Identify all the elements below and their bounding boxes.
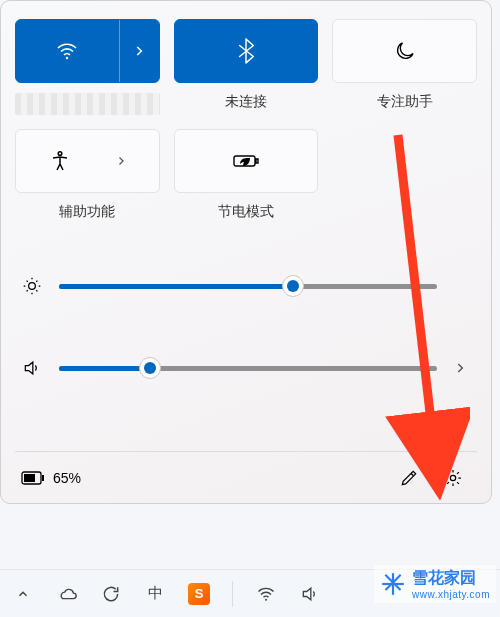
svg-point-1 bbox=[58, 152, 62, 156]
battery-icon bbox=[21, 471, 45, 485]
accessibility-icon bbox=[48, 149, 72, 173]
svg-rect-5 bbox=[42, 475, 44, 481]
watermark-title: 雪花家园 bbox=[412, 569, 476, 586]
focus-assist-tile[interactable] bbox=[332, 19, 477, 83]
brightness-row bbox=[21, 267, 471, 305]
tile-grid: 未连接 专注助手 bbox=[15, 19, 477, 221]
battery-status[interactable]: 65% bbox=[21, 470, 81, 486]
bluetooth-icon bbox=[235, 37, 257, 65]
tray-divider bbox=[232, 581, 233, 607]
update-icon[interactable] bbox=[100, 583, 122, 605]
battery-percent: 65% bbox=[53, 470, 81, 486]
accessibility-tile[interactable] bbox=[15, 129, 160, 193]
onedrive-icon[interactable] bbox=[56, 583, 78, 605]
volume-row bbox=[21, 349, 471, 387]
pencil-icon bbox=[399, 468, 419, 488]
tray-overflow-button[interactable] bbox=[12, 583, 34, 605]
svg-rect-4 bbox=[24, 474, 35, 482]
bottom-bar: 65% bbox=[15, 451, 477, 503]
sliders-area bbox=[15, 267, 477, 431]
wifi-tile[interactable] bbox=[15, 19, 160, 83]
volume-icon bbox=[21, 358, 43, 378]
sogou-ime-icon[interactable]: S bbox=[188, 583, 210, 605]
wifi-label bbox=[15, 93, 160, 115]
svg-point-6 bbox=[450, 475, 455, 480]
tray-wifi-icon[interactable] bbox=[255, 583, 277, 605]
brightness-slider[interactable] bbox=[59, 284, 437, 289]
ime-indicator[interactable]: 中 bbox=[144, 583, 166, 605]
wifi-expand-button[interactable] bbox=[119, 20, 159, 82]
chevron-right-icon bbox=[115, 155, 127, 167]
edit-button[interactable] bbox=[391, 460, 427, 496]
svg-point-2 bbox=[29, 283, 36, 290]
volume-slider[interactable] bbox=[59, 366, 437, 371]
svg-point-7 bbox=[265, 598, 267, 600]
leaf-battery-icon bbox=[233, 150, 259, 172]
wifi-icon bbox=[16, 20, 119, 82]
tray-volume-icon[interactable] bbox=[299, 583, 321, 605]
watermark-url: www.xhjaty.com bbox=[412, 589, 490, 600]
accessibility-label: 辅助功能 bbox=[59, 203, 115, 221]
moon-icon bbox=[393, 39, 417, 63]
svg-point-0 bbox=[66, 57, 68, 59]
quick-settings-panel: 未连接 专注助手 bbox=[0, 0, 492, 504]
focus-assist-label: 专注助手 bbox=[377, 93, 433, 111]
bluetooth-tile[interactable] bbox=[174, 19, 319, 83]
brightness-icon bbox=[21, 276, 43, 296]
battery-saver-tile[interactable] bbox=[174, 129, 319, 193]
battery-saver-label: 节电模式 bbox=[218, 203, 274, 221]
volume-output-button[interactable] bbox=[453, 361, 471, 375]
settings-button[interactable] bbox=[435, 460, 471, 496]
watermark: 雪花家园 www.xhjaty.com bbox=[374, 565, 496, 603]
bluetooth-label: 未连接 bbox=[225, 93, 267, 111]
gear-icon bbox=[443, 468, 463, 488]
snowflake-icon bbox=[380, 571, 406, 597]
